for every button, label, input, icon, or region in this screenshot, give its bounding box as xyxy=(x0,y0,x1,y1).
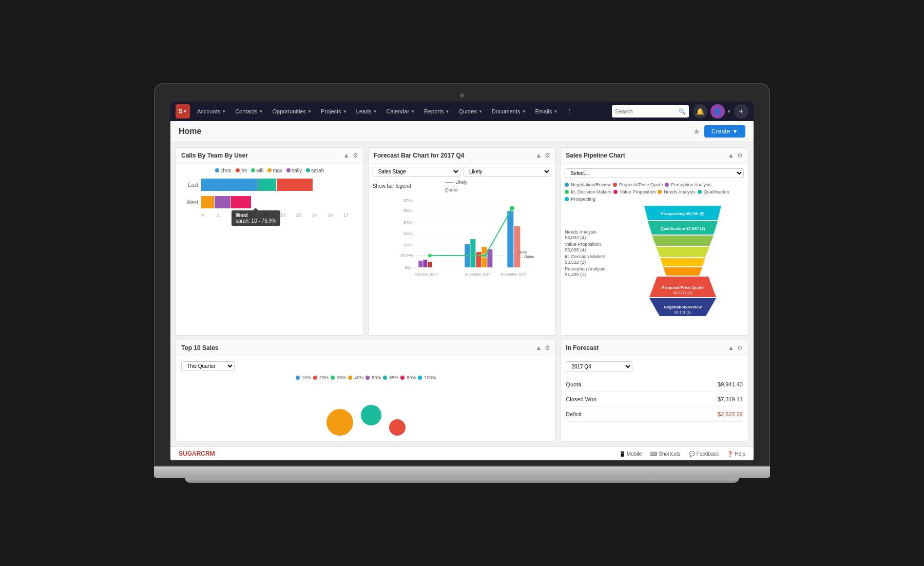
nav-contacts[interactable]: Contacts ▼ xyxy=(231,102,267,121)
pipeline-select[interactable]: Select... xyxy=(565,168,744,178)
screen-bezel: S ▼ Accounts ▼ Contacts ▼ Opportunities … xyxy=(154,83,770,466)
if-value: $7,319.11 xyxy=(718,396,743,402)
svg-rect-21 xyxy=(487,249,492,267)
sales-stage-select[interactable]: Sales Stage xyxy=(373,167,460,177)
nav-opportunities[interactable]: Opportunities ▼ xyxy=(268,102,316,121)
app-logo: S ▼ xyxy=(176,104,190,119)
pipeline-select-row: Select... xyxy=(565,168,744,178)
avatar-dropdown-icon: ▼ xyxy=(727,109,731,114)
feedback-link[interactable]: 💬 Feedback xyxy=(689,451,719,457)
calls-by-team-widget: Calls By Team By User ▲ ⚙ chris jim will… xyxy=(176,147,364,336)
collapse-icon[interactable]: ▲ xyxy=(535,152,542,159)
if-period-select[interactable]: 2017 Q4 xyxy=(566,361,632,372)
svg-rect-22 xyxy=(507,211,513,267)
bar-segment xyxy=(277,179,313,191)
if-row-quota: Quota $9,941.40 xyxy=(566,377,743,392)
nav-calendar[interactable]: Calendar ▼ xyxy=(382,102,419,121)
bars xyxy=(201,195,359,209)
forecast-svg: $59k $50k $40k $30k $20k $9.94k $0k xyxy=(373,196,552,278)
svg-marker-38 xyxy=(660,258,705,266)
chevron-down-icon: ▼ xyxy=(478,109,483,114)
mobile-link[interactable]: 📱 Mobile xyxy=(619,451,642,457)
legend-item: 65% xyxy=(383,375,398,380)
chevron-down-icon: ▼ xyxy=(411,109,415,114)
legend-item: Id. Decision Makers xyxy=(565,189,611,194)
likely-select[interactable]: Likely xyxy=(464,167,551,177)
gear-icon[interactable]: ⚙ xyxy=(353,152,358,159)
bubble xyxy=(326,409,353,436)
collapse-icon[interactable]: ▲ xyxy=(728,344,734,352)
tooltip-content: sarah: 10 - 76.9% xyxy=(236,218,276,224)
collapse-icon[interactable]: ▲ xyxy=(728,152,734,159)
gear-icon[interactable]: ⚙ xyxy=(545,152,550,159)
add-button[interactable]: + xyxy=(734,104,748,119)
calls-widget-controls: ▲ ⚙ xyxy=(343,152,358,159)
avatar[interactable]: 👤 xyxy=(710,104,725,119)
inforecast-widget-controls: ▲ ⚙ xyxy=(728,344,743,352)
inforecast-body: 2017 Q4 Quota $9,941.40 Closed Won $7,31… xyxy=(561,356,748,427)
notification-button[interactable]: 🔔 xyxy=(693,104,707,119)
footer: SUGARCRM 📱 Mobile ⌨ Shortcuts 💬 Feedback… xyxy=(170,446,754,460)
svg-text:October 2017: October 2017 xyxy=(415,272,437,276)
forecast-widget-controls: ▲ ⚙ xyxy=(535,152,550,159)
legend-item: 100% xyxy=(418,375,436,380)
collapse-icon[interactable]: ▲ xyxy=(535,344,542,352)
bar-segment xyxy=(230,196,251,208)
top10-widget-controls: ▲ ⚙ xyxy=(535,344,550,352)
legend-item: 40% xyxy=(348,375,363,380)
nav-reports[interactable]: Reports ▼ xyxy=(420,102,453,121)
top10-widget-body: This Quarter 10% 20% 30% xyxy=(176,356,555,441)
svg-text:$13,272 (3): $13,272 (3) xyxy=(673,291,692,295)
collapse-icon[interactable]: ▲ xyxy=(343,152,350,159)
legend-item: Value Proposition xyxy=(613,189,656,194)
nav-accounts[interactable]: Accounts ▼ xyxy=(193,102,230,121)
gear-icon[interactable]: ⚙ xyxy=(545,344,550,352)
forecast-chart: $59k $50k $40k $30k $20k $9.94k $0k xyxy=(373,196,552,278)
pipeline-legend: Negotiation/Review Proposal/Price Quote … xyxy=(565,182,744,202)
search-bar[interactable]: 🔍 xyxy=(612,105,689,118)
period-select[interactable]: This Quarter xyxy=(181,361,235,371)
bar-segment xyxy=(215,196,230,208)
shortcuts-link[interactable]: ⌨ Shortcuts xyxy=(650,451,680,457)
funnel-area: Needs Analysis$3,092 (4) Value Propositi… xyxy=(565,206,744,331)
pipeline-widget: Sales Pipeline Chart ▲ ⚙ Select... xyxy=(560,147,748,336)
nav-documents[interactable]: Documents ▼ xyxy=(488,102,530,121)
nav-projects[interactable]: Projects ▼ xyxy=(317,102,351,121)
pipeline-body: Select... Negotiation/Review Proposal/Pr… xyxy=(561,164,748,335)
nav-emails[interactable]: Emails ▼ xyxy=(531,102,562,121)
svg-text:December 2017: December 2017 xyxy=(500,272,526,276)
camera xyxy=(460,93,464,97)
svg-text:$50k: $50k xyxy=(403,208,413,213)
bar-label: East xyxy=(180,182,198,188)
inforecast-widget: In Forecast ▲ ⚙ 2017 Q4 xyxy=(560,340,748,441)
svg-text:$0k: $0k xyxy=(405,265,412,270)
if-value: $9,941.40 xyxy=(718,381,743,387)
chevron-down-icon: ▼ xyxy=(222,109,226,114)
gear-icon[interactable]: ⚙ xyxy=(737,152,743,159)
create-button[interactable]: Create ▼ xyxy=(704,125,745,138)
nav-leads[interactable]: Leads ▼ xyxy=(352,102,381,121)
forecast-body: Sales Stage Likely Show bar legend —— Li… xyxy=(369,164,556,281)
svg-rect-15 xyxy=(423,260,427,267)
tooltip-title: West xyxy=(236,212,248,218)
if-value-deficit: $2,622.29 xyxy=(718,411,743,417)
funnel-label: Perception Analysis$1,495 (1) xyxy=(565,266,637,278)
favorite-button[interactable]: ★ xyxy=(693,127,700,136)
nav-more[interactable]: ⋮ xyxy=(563,102,576,121)
search-input[interactable] xyxy=(615,108,677,114)
calls-widget-title: Calls By Team By User xyxy=(181,152,343,159)
svg-text:Prospecting $9,706 (5): Prospecting $9,706 (5) xyxy=(661,211,705,216)
bubble xyxy=(361,405,381,425)
funnel-labels: Needs Analysis$3,092 (4) Value Propositi… xyxy=(565,206,637,279)
svg-text:Likely: Likely xyxy=(517,250,527,255)
svg-marker-36 xyxy=(652,236,714,246)
laptop-frame: S ▼ Accounts ▼ Contacts ▼ Opportunities … xyxy=(154,83,770,483)
chevron-down-icon: ▼ xyxy=(259,109,263,114)
funnel-label: Value Proposition$5,065 (4) xyxy=(565,242,637,253)
help-link[interactable]: ❓ Help xyxy=(727,451,745,457)
gear-icon[interactable]: ⚙ xyxy=(737,344,743,352)
bubble-legend: 10% 20% 30% 40% xyxy=(181,375,550,380)
if-row-closed-won: Closed Won $7,319.11 xyxy=(566,392,743,407)
nav-quotes[interactable]: Quotes ▼ xyxy=(454,102,486,121)
calls-bar-chart: East West xyxy=(180,178,359,218)
